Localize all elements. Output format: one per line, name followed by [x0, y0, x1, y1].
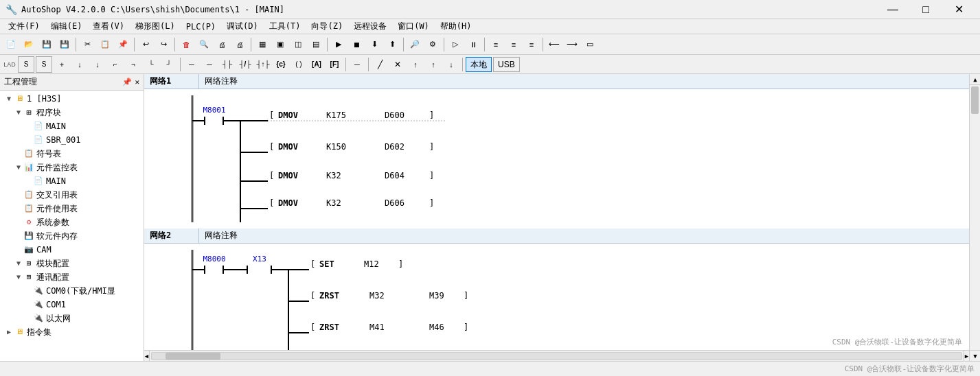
tb-f-bracket[interactable]: [F]: [326, 56, 343, 73]
toggle-instrset[interactable]: ▶: [4, 326, 14, 338]
tb-plus-icon[interactable]: +: [54, 56, 70, 73]
menu-debug[interactable]: 调试(D): [221, 19, 264, 34]
menu-plc[interactable]: PLC(P): [181, 21, 221, 33]
tree-item-programs[interactable]: ▼ ⊞ 程序块: [0, 106, 144, 119]
tb-open[interactable]: 📂: [21, 36, 37, 53]
tb-hline2[interactable]: ─: [201, 56, 218, 73]
toggle-comconfig[interactable]: ▼: [14, 271, 23, 283]
tb-local-btn[interactable]: 本地: [466, 57, 492, 72]
toggle-root[interactable]: ▼: [4, 93, 14, 105]
tb-redo[interactable]: ↪: [155, 36, 172, 53]
tb-btn5[interactable]: ▦: [254, 36, 271, 53]
tree-item-monitor[interactable]: ▼ 📊 元件监控表: [0, 161, 144, 174]
close-button[interactable]: ✕: [943, 0, 975, 19]
tb-usb-btn[interactable]: USB: [493, 57, 520, 72]
tb-align2[interactable]: ≡: [505, 36, 522, 53]
tb-stop[interactable]: ⏹: [348, 36, 365, 53]
tb-up-arrow2[interactable]: ↑: [425, 56, 442, 73]
tree-item-monitor-main[interactable]: ▷ 📄 MAIN: [0, 174, 144, 188]
tb-contact4[interactable]: {c}: [273, 56, 289, 73]
tb-lad-label[interactable]: LAD: [3, 56, 16, 73]
tree-item-cam[interactable]: ▷ 📷 CAM: [0, 243, 144, 257]
tree-item-main[interactable]: ▷ 📄 MAIN: [0, 119, 144, 133]
tb-play2[interactable]: ▷: [447, 36, 464, 53]
tb-step3[interactable]: ▭: [582, 36, 598, 53]
scroll-thumb[interactable]: [166, 353, 220, 360]
vertical-scrollbar[interactable]: ▲ ▼: [969, 74, 980, 361]
toggle-programs[interactable]: ▼: [14, 106, 23, 119]
menu-window[interactable]: 窗口(W): [392, 19, 435, 34]
tb-print[interactable]: 🖨: [214, 36, 230, 53]
tb-monitor1[interactable]: 🔎: [407, 36, 423, 53]
menu-remote[interactable]: 远程设备: [348, 19, 392, 34]
tb-minus[interactable]: ─: [349, 56, 365, 73]
tb-save[interactable]: 💾: [38, 36, 55, 53]
tb-diag1[interactable]: ╱: [372, 56, 388, 73]
tb-paren[interactable]: ( ): [290, 56, 307, 73]
tb-paste[interactable]: 📌: [115, 36, 131, 53]
tree-item-com1[interactable]: ▷ 🔌 COM1: [0, 298, 144, 312]
tb-undo[interactable]: ↩: [137, 36, 154, 53]
tb-search[interactable]: 🔍: [196, 36, 212, 53]
tree-item-softmem[interactable]: ▷ 💾 软元件内存: [0, 229, 144, 243]
tree-item-ethernet[interactable]: ▷ 🔌 以太网: [0, 312, 144, 325]
tb-hline[interactable]: ─: [183, 56, 200, 73]
tb-branch2[interactable]: ¬: [125, 56, 141, 73]
menu-help[interactable]: 帮助(H): [435, 19, 477, 34]
tb-pause[interactable]: ⏸: [465, 36, 481, 53]
tb-contact2[interactable]: ┤/├: [237, 56, 253, 73]
editor-area[interactable]: 网络1 网络注释 M8001: [144, 74, 969, 361]
toggle-modconfig-empty[interactable]: ▼: [14, 257, 23, 270]
tb-align3[interactable]: ≡: [523, 36, 540, 53]
tree-item-sysparam[interactable]: ▷ ⚙ 系统参数: [0, 215, 144, 229]
minimize-button[interactable]: —: [877, 0, 909, 19]
tb-delete[interactable]: 🗑: [178, 36, 194, 53]
tree-item-sbr001[interactable]: ▷ 📄 SBR_001: [0, 133, 144, 147]
tb-btn8[interactable]: ▤: [308, 36, 324, 53]
tb-new[interactable]: 📄: [3, 36, 19, 53]
tb-r-bracket[interactable]: ┘: [161, 56, 177, 73]
tree-item-symtable[interactable]: ▷ 📋 符号表: [0, 147, 144, 161]
tb-l-bracket[interactable]: └: [143, 56, 159, 73]
tb-print2[interactable]: 🖨: [231, 36, 248, 53]
tb-a-bracket[interactable]: [A]: [308, 56, 325, 73]
menu-view[interactable]: 查看(V): [87, 19, 130, 34]
tb-s-btn2[interactable]: S: [36, 56, 52, 73]
scroll-down-btn[interactable]: ▼: [970, 350, 980, 361]
tree-item-comconfig[interactable]: ▼ ⊞ 通讯配置: [0, 270, 144, 284]
vscroll-thumb[interactable]: [971, 86, 979, 114]
tb-down-arrow[interactable]: ↓: [443, 56, 459, 73]
toggle-monitor[interactable]: ▼: [14, 161, 23, 174]
scroll-left-btn[interactable]: ◀: [144, 351, 150, 362]
tree-item-root[interactable]: ▼ 🖥 1 [H3S]: [0, 92, 144, 106]
tb-run[interactable]: ▶: [330, 36, 347, 53]
tree-item-instrset[interactable]: ▶ 🖥 指令集: [0, 325, 144, 339]
tb-contact1[interactable]: ┤├: [219, 56, 236, 73]
tb-step-back[interactable]: ⟵: [546, 36, 562, 53]
tb-branch1[interactable]: ⌐: [107, 56, 124, 73]
pin-icon[interactable]: 📌: [122, 78, 132, 86]
horizontal-scrollbar[interactable]: ◀ ▶: [144, 350, 969, 361]
tree-item-com0[interactable]: ▷ 🔌 COM0(下载/HMI显: [0, 284, 144, 298]
tb-step-fwd[interactable]: ⟶: [564, 36, 580, 53]
close-panel-icon[interactable]: ✕: [135, 78, 139, 86]
tree-item-usage[interactable]: ▷ 📋 元件使用表: [0, 202, 144, 215]
tb-x-mark[interactable]: ✕: [389, 56, 406, 73]
tb-contact3[interactable]: ┤↑├: [255, 56, 271, 73]
tb-upload[interactable]: ⬆: [384, 36, 400, 53]
scroll-right-btn[interactable]: ▶: [964, 351, 969, 362]
scroll-up-btn[interactable]: ▲: [970, 74, 980, 85]
tb-s-btn[interactable]: S: [18, 56, 34, 73]
vscroll-track[interactable]: [970, 85, 980, 350]
menu-tools[interactable]: 工具(T): [264, 19, 306, 34]
tb-btn6[interactable]: ▣: [272, 36, 288, 53]
menu-wizard[interactable]: 向导(Z): [306, 19, 348, 34]
tb-align1[interactable]: ≡: [488, 36, 504, 53]
scroll-track[interactable]: [151, 352, 962, 360]
maximize-button[interactable]: □: [910, 0, 942, 19]
tb-down2-icon[interactable]: ↓: [89, 56, 106, 73]
tb-down-icon[interactable]: ↓: [71, 56, 88, 73]
tb-save2[interactable]: 💾: [56, 36, 73, 53]
menu-file[interactable]: 文件(F): [3, 19, 45, 34]
tb-btn7[interactable]: ◫: [290, 36, 306, 53]
